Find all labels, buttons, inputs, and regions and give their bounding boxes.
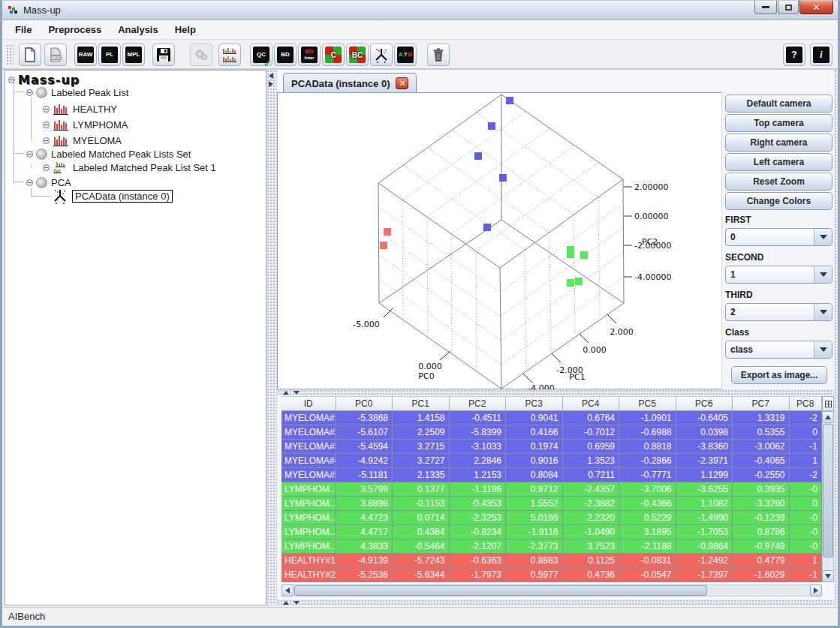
table-row[interactable]: MYELOMA#4-4.92423.27272.28460.90161.3523…	[282, 454, 822, 468]
column-header[interactable]: PC6	[676, 396, 733, 411]
tree-item-myeloma[interactable]: MYELOMA	[43, 133, 122, 148]
toolbar-button-new-file[interactable]	[19, 44, 41, 66]
title-bar[interactable]: Mass-up ✕	[2, 1, 838, 20]
tree-item-labeled-peak-list[interactable]: Labeled Peak List	[26, 85, 128, 100]
toolbar-button-help[interactable]: ?	[783, 44, 805, 66]
column-header[interactable]: ID	[282, 396, 336, 411]
column-header[interactable]: PC8	[790, 396, 823, 411]
left-camera-button[interactable]: Left camera	[725, 153, 832, 171]
collapse-left-icon[interactable]	[269, 73, 273, 79]
tree-item-labeled-matched-set[interactable]: Labeled Matched Peak Lists Set	[26, 146, 191, 161]
tab-close-button[interactable]: ✕	[396, 77, 408, 89]
toolbar-button-import-raw[interactable]: RAW	[74, 44, 97, 66]
toolbar-button-biomarker-discovery[interactable]: BD	[274, 44, 297, 66]
menu-file[interactable]: File	[8, 22, 38, 38]
toolbar-button-delete[interactable]	[427, 44, 450, 66]
tab-pcadata[interactable]: PCAData (instance 0) ✕	[283, 73, 417, 93]
hscroll-thumb[interactable]	[294, 585, 707, 596]
collapse-down-icon[interactable]	[294, 601, 300, 605]
toolbar-button-a-vs-b[interactable]: A?B	[394, 44, 417, 66]
table-row[interactable]: LYMPHOM...3.57990.1377-1.11960.9712-2.43…	[282, 482, 822, 497]
column-header[interactable]: PC0	[336, 396, 393, 411]
column-header[interactable]: PC5	[619, 396, 676, 411]
table-row[interactable]: LYMPHOM...4.3833-0.5464-2.1207-2.37733.7…	[282, 539, 822, 554]
toolbar-button-about[interactable]: i	[810, 44, 832, 66]
menu-help[interactable]: Help	[168, 22, 203, 38]
collapse-up-icon[interactable]	[283, 391, 289, 395]
default-camera-button[interactable]: Default camera	[725, 95, 832, 113]
column-header[interactable]: PC3	[506, 396, 563, 411]
chevron-down-icon[interactable]	[814, 229, 832, 245]
vscroll-thumb[interactable]	[823, 424, 833, 557]
second-select[interactable]: 1	[725, 266, 832, 284]
pca-3d-plot[interactable]: -5.000 0.000 PC0 -4.000 -2.000 0.000 2.0…	[282, 92, 721, 389]
table-row[interactable]: HEALTHY#2-5.2536-5.6344-1.79730.59770.47…	[282, 568, 822, 582]
column-header[interactable]: PC2	[450, 396, 507, 411]
table-vscrollbar[interactable]	[822, 411, 834, 582]
maximize-button[interactable]	[778, 1, 799, 14]
tree-item-lymphoma[interactable]: LYMPHOMA	[43, 117, 128, 132]
toolbar-button-classification[interactable]: C	[322, 44, 345, 66]
scroll-right-button[interactable]	[810, 584, 822, 596]
left-splitter[interactable]	[266, 70, 277, 605]
column-header[interactable]: PC4	[563, 396, 620, 411]
third-select[interactable]: 2	[725, 303, 832, 321]
collapse-right-icon[interactable]	[269, 81, 273, 87]
tree-item-matched-set-1[interactable]: Labeled Matched Peak List Set 1	[43, 160, 216, 175]
table-row[interactable]: MYELOMA#1-5.38681.4158-0.45110.90410.676…	[282, 411, 822, 425]
table-row[interactable]: MYELOMA#2-5.61072.2509-5.83990.4166-0.70…	[282, 425, 822, 440]
table-row[interactable]: MYELOMA#5-5.11812.13351.21530.80840.7211…	[282, 468, 822, 482]
collapse-up-icon[interactable]	[283, 601, 289, 605]
chevron-down-icon[interactable]	[814, 304, 832, 320]
menu-preprocess[interactable]: Preprocess	[41, 22, 108, 38]
toolbar-button-import-mpl[interactable]: MPL	[122, 44, 145, 66]
collapse-down-icon[interactable]	[294, 391, 300, 395]
table-row[interactable]: HEALTHY#1-4.9139-5.7243-0.63630.88830.11…	[282, 554, 822, 568]
toolbar-button-import-pl[interactable]: PL	[98, 44, 121, 66]
minimize-button[interactable]	[754, 1, 777, 14]
plot-table-splitter[interactable]	[277, 389, 834, 396]
tree-handle-icon[interactable]	[26, 179, 33, 186]
toolbar-button-spectra-view[interactable]	[218, 44, 241, 66]
first-select[interactable]: 0	[725, 228, 832, 246]
right-camera-button[interactable]: Right camera	[725, 134, 832, 152]
tree-handle-icon[interactable]	[26, 89, 33, 96]
table-row[interactable]: LYMPHOM...3.8896-0.1153-0.43531.5552-2.3…	[282, 497, 822, 511]
toolbar-button-open-muc[interactable]: MUC	[44, 44, 67, 66]
table-corner-button[interactable]	[822, 396, 834, 411]
menu-analysis[interactable]: Analysis	[111, 22, 164, 38]
tree-handle-icon[interactable]	[8, 77, 15, 83]
chevron-down-icon[interactable]	[814, 341, 832, 358]
toolbar-button-save[interactable]	[152, 44, 175, 66]
tree-handle-icon[interactable]	[43, 137, 50, 144]
export-image-button[interactable]: Export as image...	[731, 366, 827, 384]
right-splitter[interactable]	[834, 70, 840, 605]
tree-item-pcadata[interactable]: PCAData (instance 0)	[52, 188, 173, 203]
table-hscrollbar[interactable]	[282, 584, 822, 596]
tree-item-healthy[interactable]: HEALTHY	[43, 101, 117, 116]
toolbar-button-pca[interactable]	[370, 44, 393, 66]
change-colors-button[interactable]: Change Colors	[725, 192, 832, 210]
top-camera-button[interactable]: Top camera	[725, 114, 832, 132]
column-header[interactable]: PC1	[393, 396, 450, 411]
toolbar-button-quality-control[interactable]: QC✓	[250, 44, 272, 66]
bottom-splitter[interactable]	[277, 599, 834, 606]
tree-handle-icon[interactable]	[43, 164, 50, 171]
table-row[interactable]: MYELOMA#3-5.45943.2715-3.10330.19740.695…	[282, 440, 822, 454]
class-select[interactable]: class	[725, 341, 832, 359]
column-header[interactable]: PC7	[733, 396, 790, 411]
tree-handle-icon[interactable]	[43, 122, 50, 128]
toolbar-button-binary-classification[interactable]: BC	[346, 44, 369, 66]
table-row[interactable]: LYMPHOM...4.47230.0714-2.32535.01692.232…	[282, 511, 822, 525]
reset-zoom-button[interactable]: Reset Zoom	[725, 173, 832, 191]
chevron-down-icon[interactable]	[814, 266, 832, 283]
tree-handle-icon[interactable]	[26, 151, 33, 158]
tree-handle-icon[interactable]	[43, 106, 50, 113]
scroll-left-button[interactable]	[282, 584, 294, 596]
toolbar-button-bd-intersections[interactable]: BDInter	[298, 44, 321, 66]
toolbar-grip[interactable]	[6, 44, 14, 65]
scroll-down-button[interactable]	[822, 570, 834, 582]
scroll-up-button[interactable]	[822, 411, 834, 423]
table-row[interactable]: LYMPHOM...4.47170.4364-0.8234-1.9116-1.0…	[282, 525, 822, 539]
close-button[interactable]: ✕	[799, 1, 833, 14]
